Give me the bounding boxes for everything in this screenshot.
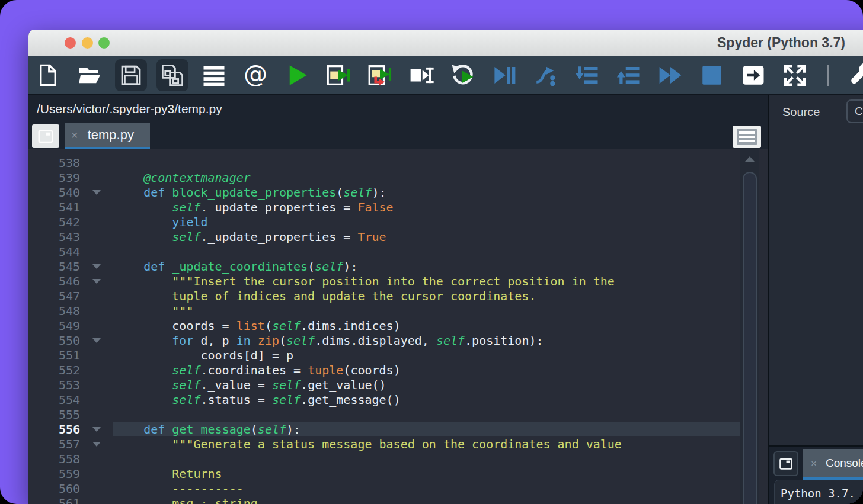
fold-arrow-icon[interactable] (92, 279, 101, 284)
fold-arrow-icon[interactable] (92, 427, 101, 432)
code-line-body[interactable]: def get_message(self): (113, 422, 740, 436)
code-line-body[interactable]: @contextmanager (113, 170, 740, 185)
code-line-body[interactable] (113, 451, 740, 466)
run-cell-button[interactable] (325, 60, 352, 91)
code-line[interactable]: 550 for d, p in zip(self.dims.displayed,… (28, 333, 740, 348)
code-line-body[interactable]: ---------- (113, 481, 740, 496)
help-source-select[interactable]: Console (846, 99, 863, 123)
code-line[interactable]: 548 """ (28, 303, 740, 318)
zoom-window-button[interactable] (98, 37, 110, 49)
run-button[interactable] (283, 60, 311, 91)
code-line-body[interactable]: for d, p in zip(self.dims.displayed, sel… (113, 333, 740, 348)
line-number: 540 (28, 185, 80, 200)
code-line[interactable]: 542 yield (28, 214, 740, 229)
code-line[interactable]: 557 """Generate a status message based o… (28, 436, 740, 451)
save-button[interactable] (117, 60, 145, 91)
code-line[interactable]: 544 (28, 244, 740, 259)
code-line[interactable]: 559 Returns (28, 466, 740, 481)
code-line-body[interactable]: self._update_properties = False (113, 200, 740, 214)
code-token (251, 333, 258, 348)
debug-step-button[interactable] (532, 60, 560, 91)
run-selection-button[interactable] (408, 60, 435, 91)
new-file-button[interactable] (34, 60, 62, 91)
fold-arrow-icon[interactable] (92, 442, 101, 447)
fold-arrow-icon[interactable] (92, 338, 101, 343)
preferences-button[interactable] (848, 60, 863, 91)
code-line-body[interactable]: """Generate a status message based on th… (113, 436, 740, 451)
tab-temp-py[interactable]: × temp.py (65, 123, 150, 149)
fold-arrow-icon[interactable] (92, 264, 101, 269)
code-line-body[interactable]: tuple of indices and update the cursor c… (113, 288, 740, 303)
code-line-body[interactable]: coords[d] = p (113, 348, 740, 362)
code-line[interactable]: 560 ---------- (28, 481, 740, 496)
code-line[interactable]: 561 msg : string (28, 496, 740, 504)
code-line-body[interactable]: def block_update_properties(self): (113, 185, 740, 200)
save-all-button[interactable] (159, 60, 186, 91)
close-tab-icon[interactable]: × (71, 129, 78, 141)
code-line-body[interactable]: self.status = self.get_message() (113, 392, 740, 407)
browse-tabs-button[interactable] (32, 124, 59, 148)
code-line[interactable]: 555 (28, 407, 740, 422)
code-line-body[interactable]: msg : string (113, 496, 740, 504)
code-line[interactable]: 543 self._update_properties = True (28, 229, 740, 244)
debug-button[interactable] (491, 60, 518, 91)
rerun-cell-button[interactable] (449, 60, 477, 91)
scrollbar-thumb[interactable] (743, 172, 757, 504)
code-token: .position): (465, 333, 543, 348)
editor-scrollbar[interactable] (740, 149, 759, 504)
code-line[interactable]: 546 """Insert the cursor position into t… (28, 274, 740, 288)
code-token: ._value = (201, 378, 272, 392)
fold-arrow-icon[interactable] (92, 190, 101, 195)
code-line[interactable]: 539 @contextmanager (28, 170, 740, 185)
maximize-pane-button[interactable] (740, 60, 767, 91)
code-line[interactable]: 553 self._value = self.get_value() (28, 377, 740, 392)
fullscreen-button[interactable] (781, 60, 808, 91)
code-line-body[interactable]: """Insert the cursor position into the c… (113, 274, 740, 288)
code-line-body[interactable]: """ (113, 303, 740, 318)
code-token: """ (172, 304, 193, 318)
code-line[interactable]: 538 (28, 155, 740, 170)
code-line-body[interactable]: yield (113, 214, 740, 229)
code-line-body[interactable]: self._update_properties = True (113, 229, 740, 244)
code-line[interactable]: 549 coords = list(self.dims.indices) (28, 318, 740, 333)
tab-label: temp.py (88, 127, 134, 143)
code-line[interactable]: 551 coords[d] = p (28, 348, 740, 362)
code-line[interactable]: 554 self.status = self.get_message() (28, 392, 740, 407)
code-line-body[interactable] (113, 244, 740, 259)
code-line-body[interactable]: def _update_coordinates(self): (113, 259, 740, 274)
code-line[interactable]: 545 def _update_coordinates(self): (28, 259, 740, 274)
at-symbol-button[interactable]: @ (242, 60, 269, 91)
open-file-button[interactable] (76, 60, 103, 91)
code-line-body[interactable]: Returns (113, 466, 740, 481)
code-line[interactable]: 547 tuple of indices and update the curs… (28, 288, 740, 303)
code-text: Returns (113, 467, 222, 481)
console-browse-tabs-button[interactable] (773, 451, 798, 476)
code-editor[interactable]: 538539 @contextmanager540 def block_upda… (28, 149, 768, 504)
console-output[interactable]: Python 3.7. (774, 480, 863, 504)
code-line[interactable]: 540 def block_update_properties(self): (28, 185, 740, 200)
code-line-body[interactable] (113, 407, 740, 422)
code-line[interactable]: 558 (28, 451, 740, 466)
scroll-up-arrow-icon[interactable] (745, 156, 755, 162)
step-return-icon (616, 63, 641, 88)
code-line-body[interactable] (113, 155, 740, 170)
code-line-body[interactable]: self.coordinates = tuple(coords) (113, 362, 740, 377)
code-line[interactable]: 541 self._update_properties = False (28, 200, 740, 214)
line-number: 549 (28, 319, 80, 333)
minimize-window-button[interactable] (82, 37, 93, 49)
continue-button[interactable] (657, 60, 684, 91)
step-into-button[interactable] (574, 60, 601, 91)
run-cell-advance-button[interactable] (366, 60, 394, 91)
close-window-button[interactable] (65, 37, 76, 49)
close-tab-icon[interactable]: × (811, 458, 817, 468)
code-line[interactable]: 552 self.coordinates = tuple(coords) (28, 362, 740, 377)
outline-list-button[interactable] (200, 60, 228, 91)
stop-button[interactable] (698, 60, 725, 91)
code-token (115, 319, 172, 333)
editor-options-button[interactable] (733, 126, 761, 148)
tab-console[interactable]: × Console (803, 449, 863, 480)
step-return-button[interactable] (615, 60, 643, 91)
code-line-body[interactable]: coords = list(self.dims.indices) (113, 318, 740, 333)
code-line-body[interactable]: self._value = self.get_value() (113, 377, 740, 392)
code-line[interactable]: 556 def get_message(self): (28, 422, 740, 436)
